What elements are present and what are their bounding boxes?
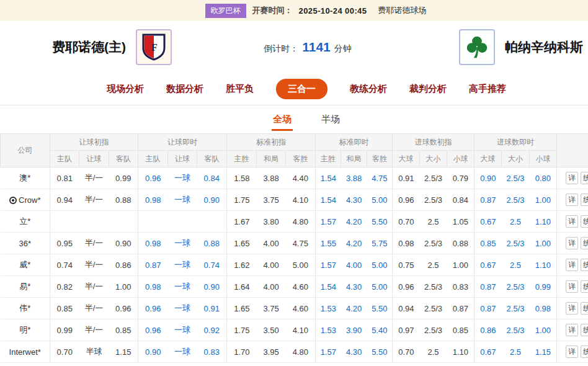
odds-cell: 0.70 <box>393 211 420 233</box>
odds-cell: 5.00 <box>367 276 393 298</box>
svg-text:F: F <box>151 42 158 53</box>
odds-cell <box>197 211 227 233</box>
sub-column-header: 让球 <box>168 151 197 167</box>
company-cell[interactable]: 威* <box>1 254 50 276</box>
company-cell[interactable]: 易* <box>1 276 50 298</box>
odds-cell: 3.95 <box>257 341 286 363</box>
subtab-half-match[interactable]: 半场 <box>320 108 341 131</box>
nav-tab-referee-analysis[interactable]: 裁判分析 <box>409 83 447 95</box>
nav-tab-coach-analysis[interactable]: 教练分析 <box>350 83 387 95</box>
stats-button[interactable]: 统 <box>581 259 588 271</box>
detail-button[interactable]: 详 <box>566 172 578 184</box>
actions-cell: 详统 <box>557 254 588 276</box>
sub-column-header: 大球 <box>474 151 502 167</box>
company-cell[interactable]: 明* <box>1 319 50 341</box>
nav-tab-three-in-one[interactable]: 三合一 <box>276 79 327 99</box>
company-column-header: 公司 <box>1 134 50 167</box>
odds-table-body: 澳*0.81半/一0.990.96一球0.841.583.884.401.543… <box>1 167 588 363</box>
odds-cell: 1.58 <box>227 167 257 189</box>
detail-button[interactable]: 详 <box>566 259 578 271</box>
odds-cell: 0.87 <box>474 276 502 298</box>
countdown-label: 倒计时： <box>264 43 298 55</box>
sub-column-header: 主队 <box>50 151 79 167</box>
company-cell[interactable]: Interwet* <box>1 341 50 363</box>
odds-table: 公司让球初指让球即时标准初指标准即时进球数初指进球数即时主队让球客队主队让球客队… <box>0 133 588 363</box>
company-cell[interactable]: 36* <box>1 233 50 254</box>
stats-button[interactable]: 统 <box>581 215 588 228</box>
table-row: Crow*0.94半/一0.880.98一球0.901.753.754.101.… <box>1 189 588 211</box>
company-cell[interactable]: Crow* <box>1 189 50 211</box>
detail-button[interactable]: 详 <box>566 302 578 315</box>
odds-cell: 1.05 <box>447 211 474 233</box>
odds-cell: 2.5 <box>502 254 530 276</box>
odds-cell: 0.88 <box>197 233 227 254</box>
odds-cell: 3.90 <box>341 319 367 341</box>
odds-cell: 0.74 <box>197 254 227 276</box>
odds-cell: 5.00 <box>367 189 393 211</box>
actions-cell: 详统 <box>557 189 588 211</box>
odds-cell: 4.20 <box>341 233 367 254</box>
sub-column-header: 大球 <box>393 151 420 167</box>
detail-button[interactable]: 详 <box>566 346 578 358</box>
league-badge: 欧罗巴杯 <box>205 4 246 18</box>
odds-cell: 2.5 <box>420 341 447 363</box>
odds-cell: 0.99 <box>109 167 138 189</box>
odds-cell: 0.75 <box>393 254 420 276</box>
odds-cell: 0.84 <box>447 189 474 211</box>
stats-button[interactable]: 统 <box>581 346 588 358</box>
odds-cell: 半/一 <box>79 298 109 319</box>
odds-cell: 1.57 <box>316 254 341 276</box>
odds-cell: 1.62 <box>227 254 257 276</box>
stats-button[interactable]: 统 <box>581 302 588 315</box>
subtab-full-match[interactable]: 全场 <box>272 108 293 131</box>
detail-button[interactable]: 详 <box>566 280 578 293</box>
odds-cell: 2.5 <box>502 211 530 233</box>
sub-column-header: 客队 <box>197 151 227 167</box>
nav-tab-win-draw-lose[interactable]: 胜平负 <box>226 83 254 95</box>
odds-cell: 2.5/3 <box>420 319 447 341</box>
page: 欧罗巴杯 开赛时间： 2025-10-24 00:45 费耶诺德球场 费耶诺德(… <box>0 0 588 366</box>
odds-cell: 半/一 <box>79 319 109 341</box>
sub-column-header: 主胜 <box>316 151 341 167</box>
actions-cell: 详统 <box>557 341 588 363</box>
nav-tab-data-analysis[interactable]: 数据分析 <box>166 83 203 95</box>
detail-button[interactable]: 详 <box>566 237 578 249</box>
stats-button[interactable]: 统 <box>581 237 588 249</box>
sub-column-header: 客队 <box>109 151 138 167</box>
odds-cell: 5.40 <box>367 319 393 341</box>
company-cell[interactable]: 伟* <box>1 298 50 319</box>
group-header-handicap_initial: 让球初指 <box>50 134 138 151</box>
odds-cell: 0.98 <box>393 233 420 254</box>
stats-button[interactable]: 统 <box>581 324 588 336</box>
stats-button[interactable]: 统 <box>581 194 588 206</box>
nav-tab-live-analysis[interactable]: 现场分析 <box>107 83 144 95</box>
odds-cell: 0.99 <box>50 319 79 341</box>
odds-cell: 1.57 <box>316 211 341 233</box>
odds-cell: 0.90 <box>197 276 227 298</box>
odds-cell: 半/一 <box>79 254 109 276</box>
actions-cell: 详统 <box>557 319 588 341</box>
odds-cell: 4.60 <box>286 298 316 319</box>
company-cell[interactable]: 澳* <box>1 167 50 189</box>
odds-cell: 2.5/3 <box>502 189 530 211</box>
nav-tab-expert-picks[interactable]: 高手推荐 <box>469 83 506 95</box>
top-info-bar: 欧罗巴杯 开赛时间： 2025-10-24 00:45 费耶诺德球场 <box>0 0 588 21</box>
detail-button[interactable]: 详 <box>566 194 578 206</box>
odds-cell: 4.75 <box>367 167 393 189</box>
stats-button[interactable]: 统 <box>581 280 588 293</box>
stats-button[interactable]: 统 <box>581 172 588 184</box>
kickoff-time: 2025-10-24 00:45 <box>299 6 367 16</box>
odds-cell: 2.5 <box>420 254 447 276</box>
odds-cell: 0.90 <box>474 167 502 189</box>
odds-cell: 4.40 <box>286 167 316 189</box>
sub-column-header: 主队 <box>138 151 168 167</box>
odds-cell: 0.94 <box>50 189 79 211</box>
detail-button[interactable]: 详 <box>566 324 578 336</box>
detail-button[interactable]: 详 <box>566 215 578 228</box>
odds-cell: 1.00 <box>530 189 557 211</box>
odds-cell: 0.85 <box>109 319 138 341</box>
countdown-unit: 分钟 <box>334 43 352 55</box>
company-cell[interactable]: 立* <box>1 211 50 233</box>
sub-column-header: 大小 <box>420 151 447 167</box>
odds-cell: 4.00 <box>257 233 286 254</box>
